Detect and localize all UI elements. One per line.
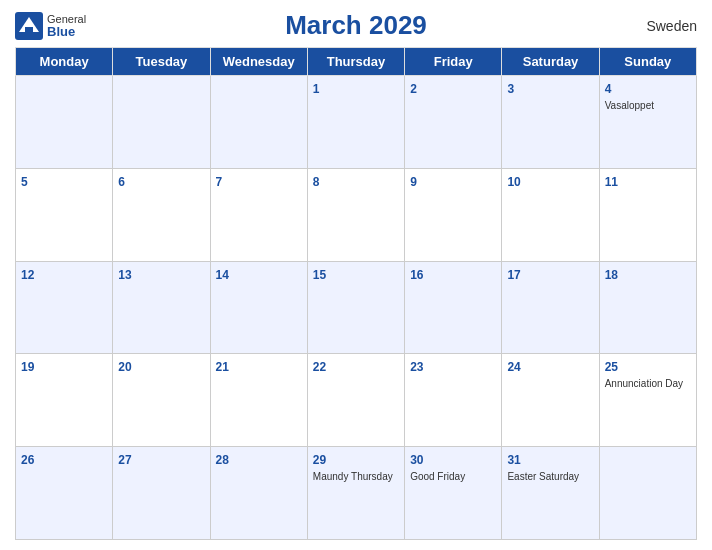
calendar-cell: 5 bbox=[16, 168, 113, 261]
calendar-header: General Blue March 2029 Sweden bbox=[15, 10, 697, 41]
calendar-cell bbox=[16, 76, 113, 169]
calendar-cell: 9 bbox=[405, 168, 502, 261]
weekday-header: Sunday bbox=[599, 48, 696, 76]
calendar-cell: 12 bbox=[16, 261, 113, 354]
day-number: 22 bbox=[313, 360, 326, 374]
day-number: 7 bbox=[216, 175, 223, 189]
day-number: 21 bbox=[216, 360, 229, 374]
calendar-cell: 14 bbox=[210, 261, 307, 354]
day-number: 25 bbox=[605, 360, 618, 374]
page-title: March 2029 bbox=[285, 10, 427, 41]
day-number: 30 bbox=[410, 453, 423, 467]
calendar-cell: 10 bbox=[502, 168, 599, 261]
calendar-cell: 24 bbox=[502, 354, 599, 447]
weekday-header: Monday bbox=[16, 48, 113, 76]
calendar-table: MondayTuesdayWednesdayThursdayFridaySatu… bbox=[15, 47, 697, 540]
day-number: 20 bbox=[118, 360, 131, 374]
svg-rect-2 bbox=[25, 27, 33, 33]
day-number: 4 bbox=[605, 82, 612, 96]
day-number: 19 bbox=[21, 360, 34, 374]
day-number: 14 bbox=[216, 268, 229, 282]
calendar-cell: 3 bbox=[502, 76, 599, 169]
day-number: 13 bbox=[118, 268, 131, 282]
calendar-cell: 16 bbox=[405, 261, 502, 354]
day-number: 9 bbox=[410, 175, 417, 189]
event-label: Easter Saturday bbox=[507, 470, 593, 483]
calendar-cell: 27 bbox=[113, 447, 210, 540]
calendar-cell: 8 bbox=[307, 168, 404, 261]
weekday-header: Thursday bbox=[307, 48, 404, 76]
day-number: 18 bbox=[605, 268, 618, 282]
logo: General Blue bbox=[15, 12, 86, 40]
weekday-header-row: MondayTuesdayWednesdayThursdayFridaySatu… bbox=[16, 48, 697, 76]
calendar-cell: 7 bbox=[210, 168, 307, 261]
day-number: 2 bbox=[410, 82, 417, 96]
calendar-week-row: 12131415161718 bbox=[16, 261, 697, 354]
event-label: Good Friday bbox=[410, 470, 496, 483]
calendar-cell bbox=[599, 447, 696, 540]
calendar-cell: 6 bbox=[113, 168, 210, 261]
logo-text: General Blue bbox=[47, 14, 86, 38]
calendar-cell: 26 bbox=[16, 447, 113, 540]
day-number: 8 bbox=[313, 175, 320, 189]
day-number: 24 bbox=[507, 360, 520, 374]
calendar-cell: 31Easter Saturday bbox=[502, 447, 599, 540]
weekday-header: Tuesday bbox=[113, 48, 210, 76]
calendar-cell bbox=[210, 76, 307, 169]
calendar-cell: 28 bbox=[210, 447, 307, 540]
day-number: 17 bbox=[507, 268, 520, 282]
calendar-week-row: 1234Vasaloppet bbox=[16, 76, 697, 169]
day-number: 1 bbox=[313, 82, 320, 96]
day-number: 3 bbox=[507, 82, 514, 96]
day-number: 5 bbox=[21, 175, 28, 189]
calendar-cell: 30Good Friday bbox=[405, 447, 502, 540]
calendar-cell: 20 bbox=[113, 354, 210, 447]
event-label: Annunciation Day bbox=[605, 377, 691, 390]
day-number: 11 bbox=[605, 175, 618, 189]
calendar-cell: 4Vasaloppet bbox=[599, 76, 696, 169]
day-number: 28 bbox=[216, 453, 229, 467]
logo-blue-text: Blue bbox=[47, 25, 86, 38]
calendar-cell: 11 bbox=[599, 168, 696, 261]
calendar-cell: 29Maundy Thursday bbox=[307, 447, 404, 540]
day-number: 12 bbox=[21, 268, 34, 282]
day-number: 23 bbox=[410, 360, 423, 374]
country-label: Sweden bbox=[646, 18, 697, 34]
calendar-week-row: 19202122232425Annunciation Day bbox=[16, 354, 697, 447]
day-number: 27 bbox=[118, 453, 131, 467]
weekday-header: Wednesday bbox=[210, 48, 307, 76]
day-number: 31 bbox=[507, 453, 520, 467]
calendar-cell: 13 bbox=[113, 261, 210, 354]
calendar-cell: 18 bbox=[599, 261, 696, 354]
day-number: 26 bbox=[21, 453, 34, 467]
calendar-cell: 2 bbox=[405, 76, 502, 169]
calendar-cell: 22 bbox=[307, 354, 404, 447]
event-label: Vasaloppet bbox=[605, 99, 691, 112]
calendar-cell: 17 bbox=[502, 261, 599, 354]
day-number: 16 bbox=[410, 268, 423, 282]
weekday-header: Saturday bbox=[502, 48, 599, 76]
calendar-week-row: 26272829Maundy Thursday30Good Friday31Ea… bbox=[16, 447, 697, 540]
day-number: 15 bbox=[313, 268, 326, 282]
logo-icon bbox=[15, 12, 43, 40]
calendar-cell bbox=[113, 76, 210, 169]
calendar-cell: 1 bbox=[307, 76, 404, 169]
calendar-cell: 23 bbox=[405, 354, 502, 447]
logo-general-text: General bbox=[47, 14, 86, 25]
day-number: 29 bbox=[313, 453, 326, 467]
event-label: Maundy Thursday bbox=[313, 470, 399, 483]
day-number: 6 bbox=[118, 175, 125, 189]
calendar-cell: 25Annunciation Day bbox=[599, 354, 696, 447]
weekday-header: Friday bbox=[405, 48, 502, 76]
calendar-cell: 15 bbox=[307, 261, 404, 354]
calendar-cell: 21 bbox=[210, 354, 307, 447]
calendar-cell: 19 bbox=[16, 354, 113, 447]
day-number: 10 bbox=[507, 175, 520, 189]
calendar-week-row: 567891011 bbox=[16, 168, 697, 261]
